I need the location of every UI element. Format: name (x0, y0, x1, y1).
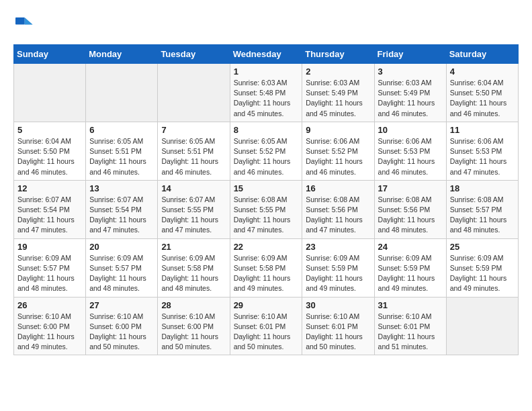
weekday-header: Saturday (446, 45, 518, 64)
calendar-cell (14, 64, 86, 122)
calendar-cell (446, 297, 518, 355)
day-info: Sunrise: 6:08 AM Sunset: 5:56 PM Dayligh… (306, 195, 370, 236)
logo (13, 13, 36, 34)
calendar-table: SundayMondayTuesdayWednesdayThursdayFrid… (13, 44, 519, 355)
day-number: 6 (89, 125, 154, 135)
day-info: Sunrise: 6:10 AM Sunset: 6:00 PM Dayligh… (89, 312, 154, 353)
calendar-header: SundayMondayTuesdayWednesdayThursdayFrid… (14, 45, 519, 64)
day-info: Sunrise: 6:05 AM Sunset: 5:52 PM Dayligh… (234, 136, 299, 177)
day-number: 9 (306, 125, 370, 135)
day-info: Sunrise: 6:05 AM Sunset: 5:51 PM Dayligh… (161, 136, 226, 177)
day-info: Sunrise: 6:06 AM Sunset: 5:52 PM Dayligh… (306, 136, 370, 177)
day-info: Sunrise: 6:09 AM Sunset: 5:58 PM Dayligh… (161, 253, 226, 294)
day-number: 2 (306, 66, 370, 77)
day-info: Sunrise: 6:09 AM Sunset: 5:57 PM Dayligh… (17, 253, 82, 294)
day-info: Sunrise: 6:09 AM Sunset: 5:59 PM Dayligh… (306, 253, 370, 294)
day-info: Sunrise: 6:09 AM Sunset: 5:59 PM Dayligh… (378, 253, 443, 294)
day-info: Sunrise: 6:04 AM Sunset: 5:50 PM Dayligh… (17, 136, 82, 177)
day-number: 29 (234, 300, 299, 310)
svg-rect-2 (15, 17, 25, 25)
calendar-cell: 23Sunrise: 6:09 AM Sunset: 5:59 PM Dayli… (302, 238, 374, 297)
day-number: 24 (378, 242, 443, 252)
calendar-cell: 10Sunrise: 6:06 AM Sunset: 5:53 PM Dayli… (374, 122, 446, 180)
day-info: Sunrise: 6:07 AM Sunset: 5:55 PM Dayligh… (161, 195, 226, 236)
calendar-cell: 16Sunrise: 6:08 AM Sunset: 5:56 PM Dayli… (302, 180, 374, 238)
day-info: Sunrise: 6:03 AM Sunset: 5:48 PM Dayligh… (234, 78, 299, 119)
day-info: Sunrise: 6:03 AM Sunset: 5:49 PM Dayligh… (378, 78, 443, 119)
day-number: 5 (17, 125, 82, 135)
day-number: 11 (450, 125, 515, 135)
day-number: 18 (450, 183, 515, 193)
calendar-cell: 25Sunrise: 6:09 AM Sunset: 5:59 PM Dayli… (446, 238, 518, 297)
day-number: 10 (378, 125, 443, 135)
calendar-cell: 30Sunrise: 6:10 AM Sunset: 6:01 PM Dayli… (302, 297, 374, 355)
day-number: 15 (234, 183, 299, 193)
day-number: 21 (161, 242, 226, 252)
calendar-cell: 27Sunrise: 6:10 AM Sunset: 6:00 PM Dayli… (86, 297, 158, 355)
day-number: 7 (161, 125, 226, 135)
calendar-cell: 18Sunrise: 6:08 AM Sunset: 5:57 PM Dayli… (446, 180, 518, 238)
day-number: 1 (234, 66, 299, 77)
day-info: Sunrise: 6:04 AM Sunset: 5:50 PM Dayligh… (450, 78, 515, 119)
calendar-cell: 24Sunrise: 6:09 AM Sunset: 5:59 PM Dayli… (374, 238, 446, 297)
calendar-cell: 31Sunrise: 6:10 AM Sunset: 6:01 PM Dayli… (374, 297, 446, 355)
day-number: 22 (234, 242, 299, 252)
day-number: 26 (17, 300, 82, 310)
day-number: 27 (89, 300, 154, 310)
calendar-cell: 8Sunrise: 6:05 AM Sunset: 5:52 PM Daylig… (230, 122, 302, 180)
calendar-cell: 14Sunrise: 6:07 AM Sunset: 5:55 PM Dayli… (158, 180, 230, 238)
weekday-header: Friday (374, 45, 446, 64)
day-info: Sunrise: 6:09 AM Sunset: 5:58 PM Dayligh… (234, 253, 299, 294)
weekday-header: Tuesday (158, 45, 230, 64)
calendar-cell (86, 64, 158, 122)
day-number: 12 (17, 183, 82, 193)
calendar-cell: 3Sunrise: 6:03 AM Sunset: 5:49 PM Daylig… (374, 64, 446, 122)
calendar-cell: 9Sunrise: 6:06 AM Sunset: 5:52 PM Daylig… (302, 122, 374, 180)
day-info: Sunrise: 6:05 AM Sunset: 5:51 PM Dayligh… (89, 136, 154, 177)
day-number: 30 (306, 300, 370, 310)
weekday-header: Thursday (302, 45, 374, 64)
calendar-week-row: 1Sunrise: 6:03 AM Sunset: 5:48 PM Daylig… (14, 64, 519, 122)
day-info: Sunrise: 6:10 AM Sunset: 6:01 PM Dayligh… (378, 312, 443, 353)
calendar-week-row: 12Sunrise: 6:07 AM Sunset: 5:54 PM Dayli… (14, 180, 519, 238)
calendar-cell: 29Sunrise: 6:10 AM Sunset: 6:01 PM Dayli… (230, 297, 302, 355)
calendar-week-row: 19Sunrise: 6:09 AM Sunset: 5:57 PM Dayli… (14, 238, 519, 297)
calendar-cell: 28Sunrise: 6:10 AM Sunset: 6:00 PM Dayli… (158, 297, 230, 355)
day-number: 19 (17, 242, 82, 252)
day-info: Sunrise: 6:06 AM Sunset: 5:53 PM Dayligh… (450, 136, 515, 177)
weekday-row: SundayMondayTuesdayWednesdayThursdayFrid… (14, 45, 519, 64)
calendar-cell: 20Sunrise: 6:09 AM Sunset: 5:57 PM Dayli… (86, 238, 158, 297)
calendar-body: 1Sunrise: 6:03 AM Sunset: 5:48 PM Daylig… (14, 64, 519, 355)
calendar-cell: 19Sunrise: 6:09 AM Sunset: 5:57 PM Dayli… (14, 238, 86, 297)
day-number: 28 (161, 300, 226, 310)
weekday-header: Sunday (14, 45, 86, 64)
day-info: Sunrise: 6:10 AM Sunset: 6:00 PM Dayligh… (161, 312, 226, 353)
calendar-week-row: 5Sunrise: 6:04 AM Sunset: 5:50 PM Daylig… (14, 122, 519, 180)
calendar-cell: 11Sunrise: 6:06 AM Sunset: 5:53 PM Dayli… (446, 122, 518, 180)
calendar-cell: 2Sunrise: 6:03 AM Sunset: 5:49 PM Daylig… (302, 64, 374, 122)
day-number: 23 (306, 242, 370, 252)
day-number: 13 (89, 183, 154, 193)
day-info: Sunrise: 6:03 AM Sunset: 5:49 PM Dayligh… (306, 78, 370, 119)
day-info: Sunrise: 6:06 AM Sunset: 5:53 PM Dayligh… (378, 136, 443, 177)
day-info: Sunrise: 6:08 AM Sunset: 5:56 PM Dayligh… (378, 195, 443, 236)
day-number: 16 (306, 183, 370, 193)
day-info: Sunrise: 6:08 AM Sunset: 5:57 PM Dayligh… (450, 195, 515, 236)
day-info: Sunrise: 6:09 AM Sunset: 5:59 PM Dayligh… (450, 253, 515, 294)
calendar-cell: 6Sunrise: 6:05 AM Sunset: 5:51 PM Daylig… (86, 122, 158, 180)
calendar-cell: 13Sunrise: 6:07 AM Sunset: 5:54 PM Dayli… (86, 180, 158, 238)
calendar-cell: 12Sunrise: 6:07 AM Sunset: 5:54 PM Dayli… (14, 180, 86, 238)
day-info: Sunrise: 6:10 AM Sunset: 6:00 PM Dayligh… (17, 312, 82, 353)
calendar-cell: 17Sunrise: 6:08 AM Sunset: 5:56 PM Dayli… (374, 180, 446, 238)
weekday-header: Wednesday (230, 45, 302, 64)
day-number: 3 (378, 66, 443, 77)
weekday-header: Monday (86, 45, 158, 64)
calendar-cell: 1Sunrise: 6:03 AM Sunset: 5:48 PM Daylig… (230, 64, 302, 122)
day-info: Sunrise: 6:10 AM Sunset: 6:01 PM Dayligh… (234, 312, 299, 353)
calendar-cell: 4Sunrise: 6:04 AM Sunset: 5:50 PM Daylig… (446, 64, 518, 122)
calendar-cell: 5Sunrise: 6:04 AM Sunset: 5:50 PM Daylig… (14, 122, 86, 180)
calendar-cell: 26Sunrise: 6:10 AM Sunset: 6:00 PM Dayli… (14, 297, 86, 355)
calendar-cell: 15Sunrise: 6:08 AM Sunset: 5:55 PM Dayli… (230, 180, 302, 238)
calendar-week-row: 26Sunrise: 6:10 AM Sunset: 6:00 PM Dayli… (14, 297, 519, 355)
day-number: 4 (450, 66, 515, 77)
